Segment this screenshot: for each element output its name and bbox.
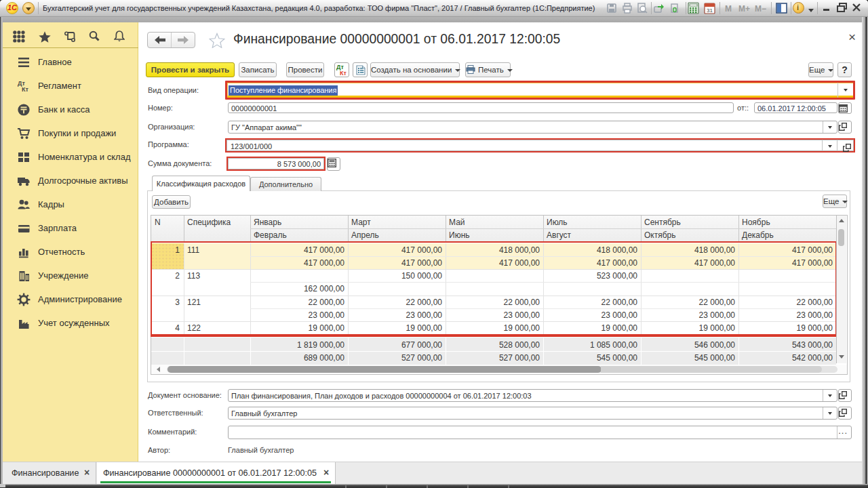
svg-text:31: 31 — [707, 7, 713, 14]
svg-text:Кт: Кт — [22, 86, 28, 93]
